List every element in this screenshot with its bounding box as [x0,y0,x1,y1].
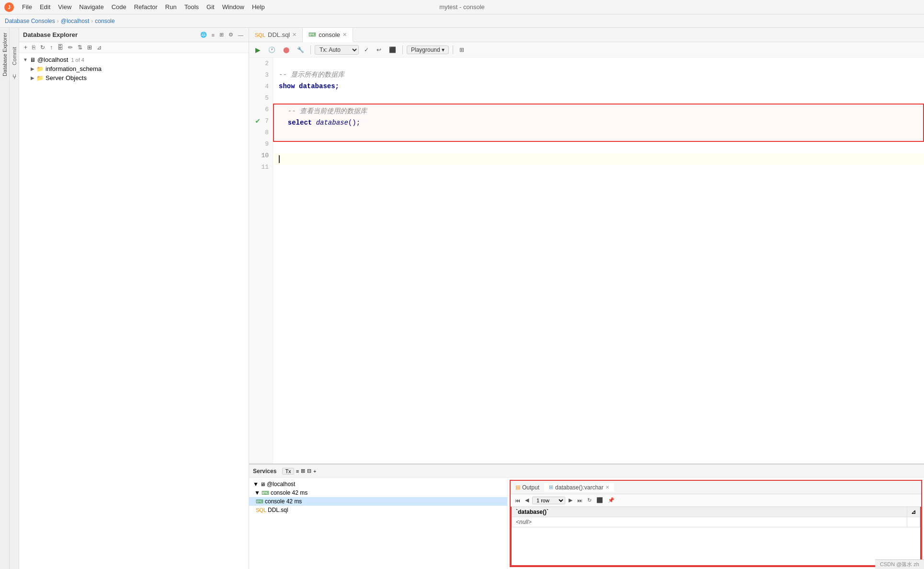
menu-navigate[interactable]: Navigate [75,2,107,12]
tool-globe-btn[interactable]: 🌐 [199,31,208,38]
server-objects-icon: 📁 [36,75,44,81]
results-tab-close[interactable]: ✕ [605,485,609,490]
refresh-btn[interactable]: ↻ [38,44,47,51]
tab-ddl-sql[interactable]: SQL DDL.sql ✕ [249,28,303,42]
tree-item-information-schema[interactable]: ▶ 📁 information_schema [19,64,249,73]
rollback-btn[interactable]: ↩ [374,46,384,54]
copy-btn[interactable]: ⎘ [30,44,37,51]
stop-btn[interactable]: ⬛ [387,46,399,54]
results-tab-output[interactable]: ▤ Output [511,483,544,492]
menu-help[interactable]: Help [248,2,269,12]
tool-gear-btn[interactable]: ⚙ [227,31,235,38]
refresh-results-btn[interactable]: ↻ [586,497,593,504]
add-btn[interactable]: + [22,44,29,51]
tree-arrow-server-objects[interactable]: ▶ [31,75,34,81]
db-explorer-tools: 🌐 ≡ ⊞ ⚙ — [199,31,245,38]
tree-badge-localhost: 1 of 4 [71,57,84,63]
tab-ddl-close[interactable]: ✕ [292,32,297,38]
results-toolbar: ⏮ ◀ 1 row 10 rows 50 rows ▶ ⏭ ↻ ⬛ 📌 [511,494,921,507]
line-7: ✔ 7 [265,115,269,127]
tree-item-server-objects[interactable]: ▶ 📁 Server Objects [19,73,249,82]
breadcrumb-console[interactable]: console [95,18,114,24]
code-area[interactable]: -- 显示所有的数据库 show databases; -- 查看当前使用的数据… [273,58,924,464]
menu-run[interactable]: Run [161,2,181,12]
commit-label[interactable]: Commit [11,47,17,65]
tree-arrow-localhost[interactable]: ▼ [23,57,28,62]
table-view-btn[interactable]: ⊞ [457,46,467,54]
menu-window[interactable]: Window [218,2,248,12]
table-btn[interactable]: ⊞ [85,44,94,51]
output-icon: ▤ [515,484,520,490]
db-explorer-side-label[interactable]: Database Explorer [0,30,9,79]
svc-item-console-selected[interactable]: ⌨ console 42 ms [249,497,507,506]
svc-item-ddl[interactable]: SQL DDL.sql [249,506,507,514]
breadcrumb-localhost[interactable]: @localhost [61,18,90,24]
tab-console-close[interactable]: ✕ [342,32,347,38]
editor-toolbar: ▶ 🕐 ⬤ 🔧 Tx: Auto Tx: Manual ✓ ↩ ⬛ Playgr… [249,42,924,58]
tx-select[interactable]: Tx: Auto Tx: Manual [315,45,359,55]
svc-grid-btn[interactable]: ⊞ [301,468,305,475]
results-content: `database()` ⊿ <null> [511,507,921,566]
git-icon[interactable]: ⑂ [12,73,16,81]
filter-btn[interactable]: ⊿ [95,44,103,51]
db-icon-btn[interactable]: 🗄 [56,44,65,51]
history-btn[interactable]: 🕐 [266,46,278,54]
tree-label-info-schema: information_schema [46,65,102,72]
breadcrumb-db-consoles[interactable]: Database Consoles [5,18,55,24]
move-btn[interactable]: ⇅ [76,44,84,51]
check-btn[interactable]: ✓ [362,46,371,54]
svc-item-localhost[interactable]: ▼ 🖥 @localhost [249,480,507,488]
commit-panel: Commit ⑂ [10,28,19,569]
menu-git[interactable]: Git [203,2,218,12]
menu-file[interactable]: File [18,2,36,12]
status-bar: CSDN @落水 zh [875,559,924,569]
tab-console[interactable]: ⌨ console ✕ [303,28,353,42]
up-btn[interactable]: ↑ [48,44,55,51]
pin-results-btn[interactable]: 📌 [606,497,616,504]
results-table: `database()` ⊿ <null> [512,507,920,527]
tree-item-localhost[interactable]: ▼ 🖥 @localhost 1 of 4 [19,55,249,64]
menu-tools[interactable]: Tools [181,2,203,12]
result-row-1: <null> [512,517,920,527]
svc-item-console-parent[interactable]: ▼ ⌨ console 42 ms [249,488,507,497]
result-cell-null: <null> [512,517,907,527]
results-tab-database[interactable]: ⊞ database():varchar ✕ [544,483,614,492]
first-btn[interactable]: ⏮ [513,497,522,504]
svg-text:J: J [8,5,11,10]
code-line-3: -- 显示所有的数据库 [273,69,924,81]
menu-code[interactable]: Code [108,2,130,12]
line-5: 5 [265,92,269,104]
line-4: 4 [265,81,269,92]
tool-align-btn[interactable]: ≡ [210,31,216,38]
table-icon: ⊞ [549,484,553,490]
tree-arrow-info-schema[interactable]: ▶ [31,66,34,71]
wrench-btn[interactable]: 🔧 [295,46,307,54]
stop-results-btn[interactable]: ⬛ [595,497,605,504]
services-title: Services [253,468,276,475]
svc-align-btn[interactable]: ≡ [296,468,299,475]
code-line-2 [273,58,924,69]
breadcrumb: Database Consoles › @localhost › console [0,14,924,28]
edit-btn[interactable]: ✏ [66,44,75,51]
menu-edit[interactable]: Edit [36,2,54,12]
tool-minimize-btn[interactable]: — [237,31,245,38]
run-btn[interactable]: ▶ [253,45,263,55]
stop-indicator-btn[interactable]: ⬤ [281,46,292,54]
prev-btn[interactable]: ◀ [524,497,530,504]
svc-console-icon2: ⌨ [256,499,263,505]
svc-minus-btn[interactable]: ⊟ [307,468,311,475]
tool-split-btn[interactable]: ⊞ [218,31,225,38]
menu-refactor[interactable]: Refactor [130,2,161,12]
tree-area: ▼ 🖥 @localhost 1 of 4 ▶ 📁 information_sc… [19,53,249,569]
row-select[interactable]: 1 row 10 rows 50 rows [532,497,565,504]
svc-add-btn[interactable]: + [313,468,316,475]
sep3 [453,46,453,54]
next-btn[interactable]: ▶ [567,497,574,504]
col-header-sort[interactable]: ⊿ [907,507,920,517]
window-title: mytest - console [439,3,485,11]
playground-dropdown[interactable]: Playground ▾ [407,46,449,54]
db-explorer-panel: Database Explorer 🌐 ≡ ⊞ ⚙ — + ⎘ ↻ ↑ 🗄 ✏ … [19,28,249,569]
last-btn[interactable]: ⏭ [576,497,584,504]
tx-label-btn[interactable]: Tx [282,468,294,475]
menu-view[interactable]: View [54,2,75,12]
